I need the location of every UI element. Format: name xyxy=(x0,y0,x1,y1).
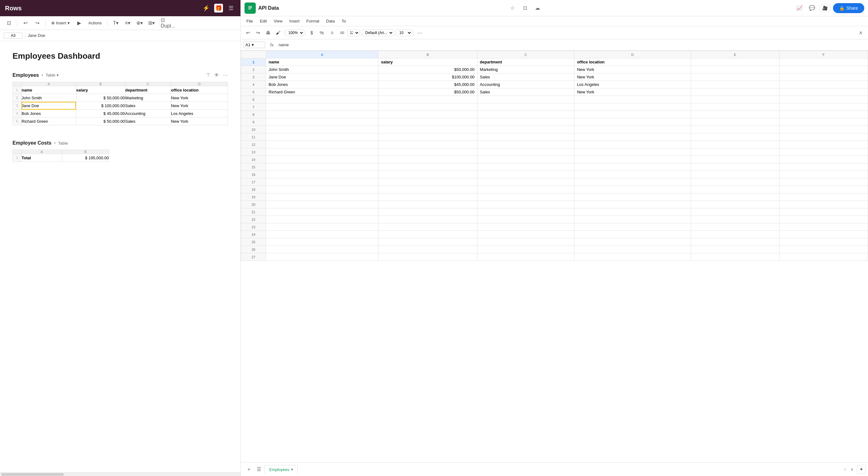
play-icon[interactable]: ▶ xyxy=(74,18,84,28)
decimal-more-btn[interactable]: .00 xyxy=(337,28,346,37)
dollar-btn[interactable]: $ xyxy=(307,28,316,37)
row-5-office[interactable]: New York xyxy=(171,117,228,125)
header-office[interactable]: office location xyxy=(171,86,228,94)
row-3-dept[interactable]: Sales xyxy=(125,102,171,110)
decimal-less-btn[interactable]: .0 xyxy=(327,28,336,37)
filter-icon[interactable]: ⊤ xyxy=(206,72,211,78)
s-cell-f5[interactable] xyxy=(779,89,868,96)
menu-insert[interactable]: Insert xyxy=(286,18,303,25)
format-select[interactable]: 123 xyxy=(347,29,360,36)
row-5-dept[interactable]: Sales xyxy=(125,117,171,125)
sheets-grid-wrapper[interactable]: A B C D E F 1 name salary department xyxy=(241,50,868,462)
s-cell-c5[interactable]: Sales xyxy=(477,89,575,96)
menu-tools[interactable]: To xyxy=(338,18,349,25)
row-2-name[interactable]: John Smith xyxy=(22,94,76,102)
header-department[interactable]: department xyxy=(125,86,171,94)
add-sheet-btn[interactable]: + xyxy=(245,465,253,474)
trend-icon[interactable]: 📈 xyxy=(795,3,805,13)
s-cell-e4[interactable] xyxy=(691,81,779,89)
row-2-office[interactable]: New York xyxy=(171,94,228,102)
col-b-header[interactable]: B xyxy=(378,51,477,59)
insert-button[interactable]: ⊕ Insert ▾ xyxy=(49,20,72,27)
row-4-name[interactable]: Bob Jones xyxy=(22,110,76,117)
row-4-office[interactable]: Los Angeles xyxy=(171,110,228,117)
s-cell-d4[interactable]: Los Angeles xyxy=(575,81,691,89)
more-icon[interactable]: ⋯ xyxy=(223,72,228,78)
cell-d1[interactable]: office location xyxy=(575,59,691,66)
s-cell-e2[interactable] xyxy=(691,66,779,73)
row-3-salary[interactable]: $ 100,000.00 xyxy=(76,102,125,110)
align-btn[interactable]: ≡▾ xyxy=(123,18,132,28)
costs-type-label[interactable]: Table xyxy=(58,141,68,145)
cell-e1[interactable] xyxy=(691,59,779,66)
row-5-salary[interactable]: $ 50,000.00 xyxy=(76,117,125,125)
cell-c1[interactable]: department xyxy=(477,59,575,66)
cell-a1[interactable]: name xyxy=(266,59,378,66)
rows-scrollbar[interactable] xyxy=(0,472,241,476)
s-cell-f2[interactable] xyxy=(779,66,868,73)
row-2-dept[interactable]: Marketing xyxy=(125,94,171,102)
row-3-name[interactable]: Jane Doe xyxy=(22,102,76,110)
menu-icon[interactable]: ☰ xyxy=(227,4,236,12)
col-c-header[interactable]: C xyxy=(477,51,575,59)
menu-data[interactable]: Data xyxy=(323,18,338,25)
col-e-header[interactable]: E xyxy=(691,51,779,59)
zoom-select[interactable]: 100% xyxy=(285,29,304,36)
row-2-salary[interactable]: $ 50,000.00 xyxy=(76,94,125,102)
s-cell-d3[interactable]: New York xyxy=(575,73,691,81)
employees-type-selector[interactable]: Table ▾ xyxy=(45,73,59,77)
font-select[interactable]: Default (Ari... xyxy=(362,29,394,36)
redo-btn[interactable]: ↪ xyxy=(32,18,42,28)
lightning-icon[interactable]: ⚡ xyxy=(202,4,211,12)
move-icon[interactable]: ⊡ xyxy=(520,3,530,13)
explore-btn[interactable]: ✦ xyxy=(857,465,866,474)
cell-ref-box[interactable]: A3 xyxy=(4,32,23,39)
cloud-icon[interactable]: ☁ xyxy=(532,3,542,13)
share-button[interactable]: 🔒 Share xyxy=(833,3,864,13)
costs-label[interactable]: Total xyxy=(22,154,62,162)
s-cell-c4[interactable]: Accounting xyxy=(477,81,575,89)
next-sheet-btn[interactable]: › xyxy=(850,465,854,474)
percent-btn[interactable]: % xyxy=(317,28,327,37)
menu-edit[interactable]: Edit xyxy=(257,18,270,25)
link-btn[interactable]: ⊕▾ xyxy=(134,18,145,28)
actions-button[interactable]: Actions xyxy=(86,20,104,27)
row-4-salary[interactable]: $ 45,000.00 xyxy=(76,110,125,117)
undo-btn[interactable]: ↩ xyxy=(243,28,253,37)
menu-format[interactable]: Format xyxy=(303,18,322,25)
duplicate-btn[interactable]: ⊡ Dupl... xyxy=(163,18,173,28)
comment-icon[interactable]: 💬 xyxy=(807,3,817,13)
s-cell-a3[interactable]: Jane Doe xyxy=(266,73,378,81)
row-3-office[interactable]: New York xyxy=(171,102,228,110)
s-cell-f3[interactable] xyxy=(779,73,868,81)
gift-icon[interactable]: 🎁 xyxy=(214,4,223,12)
font-size-select[interactable]: 10 xyxy=(397,29,412,36)
s-cell-e5[interactable] xyxy=(691,89,779,96)
s-cell-b3[interactable]: $100,000.00 xyxy=(378,73,477,81)
eye-icon[interactable]: 👁 xyxy=(214,72,219,78)
paint-format-btn[interactable]: 🖌 xyxy=(273,28,283,37)
header-name[interactable]: name xyxy=(22,86,76,94)
col-a-header[interactable]: A xyxy=(266,51,378,59)
s-cell-d5[interactable]: New York xyxy=(575,89,691,96)
menu-file[interactable]: File xyxy=(243,18,256,25)
grid-btn[interactable]: ⊞▾ xyxy=(146,18,156,28)
print-btn[interactable]: 🖶 xyxy=(263,28,273,37)
cell-f1[interactable] xyxy=(779,59,868,66)
cell-name-box[interactable]: A1 ▾ xyxy=(243,41,265,48)
s-cell-c2[interactable]: Marketing xyxy=(477,66,575,73)
sheets-list-btn[interactable]: ☰ xyxy=(254,465,263,474)
more-btn[interactable]: ⋯ xyxy=(415,28,424,37)
s-cell-b5[interactable]: $50,000.00 xyxy=(378,89,477,96)
collapse-toolbar-btn[interactable]: ∧ xyxy=(856,28,866,37)
prev-sheet-btn[interactable]: ‹ xyxy=(843,465,847,474)
s-cell-a5[interactable]: Richard Green xyxy=(266,89,378,96)
header-salary[interactable]: salary xyxy=(76,86,125,94)
s-cell-a2[interactable]: John Smith xyxy=(266,66,378,73)
meet-button[interactable]: 🎥 xyxy=(819,4,831,12)
s-cell-f4[interactable] xyxy=(779,81,868,89)
s-cell-c3[interactable]: Sales xyxy=(477,73,575,81)
employees-sheet-tab[interactable]: Employees ▾ xyxy=(265,465,298,474)
undo-btn[interactable]: ↩ xyxy=(20,18,30,28)
redo-btn[interactable]: ↪ xyxy=(253,28,262,37)
